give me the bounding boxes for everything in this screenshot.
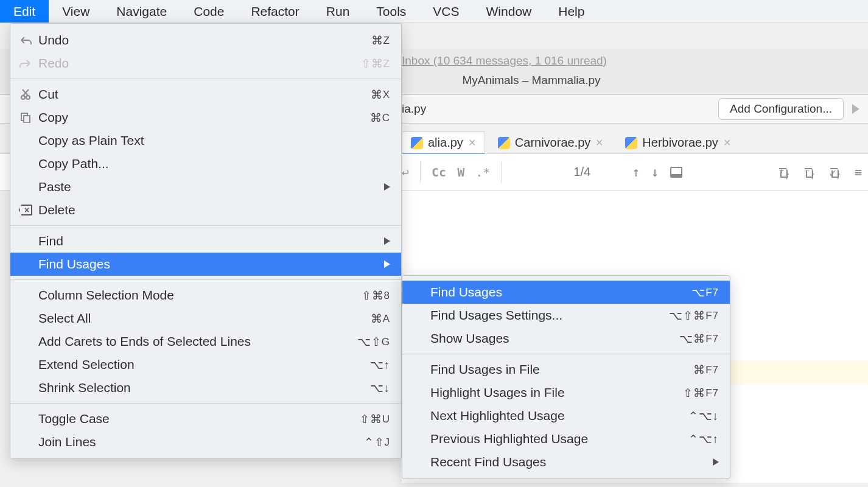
menu-item-label: Recent Find Usages [430,455,713,469]
menubar-item-refactor[interactable]: Refactor [237,0,312,23]
menu-item-shortcut: ⌃⌥↑ [688,432,719,446]
words-toggle[interactable]: W [457,165,464,180]
menu-item-label: Redo [38,56,361,71]
copy-icon [19,111,32,124]
select-all-occurrences-icon[interactable] [670,167,682,178]
menu-item-highlight-usages-in-file[interactable]: Highlight Usages in File⇧⌘F7 [402,381,730,404]
menu-item-label: Undo [38,33,371,47]
submenu-arrow-icon [384,237,390,245]
run-icon[interactable] [852,104,859,114]
menu-item-find[interactable]: Find [10,229,401,253]
menubar-item-code[interactable]: Code [180,0,237,23]
next-match-button[interactable]: ↓ [651,164,659,180]
menu-item-copy-path[interactable]: Copy Path... [10,152,401,175]
menu-item-shortcut: ⌥F7 [691,286,719,300]
menu-item-next-highlighted-usage[interactable]: Next Highlighted Usage⌃⌥↓ [402,404,730,427]
menu-item-shortcut: ⌘X [371,88,390,102]
menu-item-label: Find Usages [38,257,384,272]
menu-item-find-usages-in-file[interactable]: Find Usages in File⌘F7 [402,358,730,381]
menu-item-extend-selection[interactable]: Extend Selection⌥↑ [10,353,401,376]
menubar-item-edit[interactable]: Edit [0,0,49,23]
menubar-item-run[interactable]: Run [313,0,363,23]
menu-item-column-selection-mode[interactable]: Column Selection Mode⇧⌘8 [10,284,401,307]
svg-point-1 [26,96,30,99]
svg-point-0 [21,96,25,99]
close-tab-icon[interactable]: ✕ [595,137,603,149]
menu-item-label: Find [38,234,384,248]
editor-tab[interactable]: Herbivorae.py✕ [616,131,740,153]
add-selection-icon[interactable]: ⁺⸠ [778,166,791,179]
select-all-icon[interactable]: ✓⸠ [829,166,842,179]
menu-item-label: Delete [38,203,390,217]
find-usages-submenu: Find Usages⌥F7Find Usages Settings...⌥⇧⌘… [402,275,730,479]
menu-item-label: Find Usages Settings... [430,308,669,323]
menu-item-previous-highlighted-usage[interactable]: Previous Highlighted Usage⌃⌥↑ [402,427,730,450]
python-file-icon [498,137,510,149]
regex-toggle[interactable]: .* [475,165,490,180]
menu-item-shortcut: ⌘A [371,312,390,326]
menu-item-shortcut: ⌘Z [371,33,390,47]
close-tab-icon[interactable]: ✕ [468,137,476,149]
menu-item-cut[interactable]: Cut⌘X [10,83,401,106]
menu-item-recent-find-usages[interactable]: Recent Find Usages [402,450,730,474]
python-file-icon [411,137,423,149]
menu-item-show-usages[interactable]: Show Usages⌥⌘F7 [402,327,730,350]
menu-item-add-carets-to-ends-of-selected-lines[interactable]: Add Carets to Ends of Selected Lines⌥⇧G [10,330,401,353]
menu-item-shortcut: ⌘F7 [693,363,719,377]
editor-tab[interactable]: alia.py✕ [402,131,485,153]
menu-separator [10,403,401,404]
menu-item-copy[interactable]: Copy⌘C [10,106,401,129]
menu-item-label: Copy as Plain Text [38,133,390,148]
breadcrumb-fragment: ia.py [402,102,426,116]
menubar-item-navigate[interactable]: Navigate [103,0,180,23]
menubar-item-vcs[interactable]: VCS [419,0,472,23]
menu-item-shortcut: ⌥⌘F7 [679,332,719,346]
menubar-item-help[interactable]: Help [545,0,598,23]
cut-icon [19,88,32,101]
menu-item-label: Copy [38,110,370,125]
submenu-arrow-icon [713,458,719,466]
menu-item-label: Shrink Selection [38,380,370,395]
menu-item-label: Show Usages [430,331,679,346]
python-file-icon [625,137,637,149]
menu-item-paste[interactable]: Paste [10,175,401,198]
menu-item-find-usages[interactable]: Find Usages [10,253,401,276]
menu-item-label: Add Carets to Ends of Selected Lines [38,334,357,349]
menubar-item-view[interactable]: View [49,0,103,23]
menubar-item-window[interactable]: Window [473,0,545,23]
editor-tab-label: alia.py [428,136,463,150]
menu-item-toggle-case[interactable]: Toggle Case⇧⌘U [10,407,401,430]
menu-item-copy-as-plain-text[interactable]: Copy as Plain Text [10,129,401,152]
menu-item-shortcut: ⌥↓ [370,381,391,395]
menu-item-join-lines[interactable]: Join Lines⌃⇧J [10,430,401,454]
menu-item-shrink-selection[interactable]: Shrink Selection⌥↓ [10,376,401,399]
menu-item-shortcut: ⌥⇧⌘F7 [669,309,719,323]
add-configuration-button[interactable]: Add Configuration... [718,98,844,120]
menu-item-find-usages[interactable]: Find Usages⌥F7 [402,281,730,304]
filter-icon[interactable]: ≡ [855,165,862,180]
match-case-toggle[interactable]: Cc [432,165,446,180]
menu-item-label: Select All [38,311,371,326]
menu-item-shortcut: ⇧⌘F7 [683,386,719,400]
prev-match-button[interactable]: ↑ [632,164,640,180]
submenu-arrow-icon [384,183,390,191]
editor-tab[interactable]: Carnivorae.py✕ [489,131,613,153]
menu-item-find-usages-settings[interactable]: Find Usages Settings...⌥⇧⌘F7 [402,304,730,327]
menu-item-select-all[interactable]: Select All⌘A [10,307,401,330]
undo-search-icon[interactable]: ↩︎ [402,165,409,180]
menu-separator [10,279,401,280]
close-tab-icon[interactable]: ✕ [723,137,731,149]
menu-item-shortcut: ⇧⌘8 [362,289,390,303]
menu-item-shortcut: ⌥⇧G [357,335,390,349]
menu-item-shortcut: ⌥↑ [370,358,391,372]
menu-item-label: Previous Highlighted Usage [430,432,688,446]
menu-item-undo[interactable]: Undo⌘Z [10,29,401,52]
menubar-item-tools[interactable]: Tools [363,0,419,23]
remove-selection-icon[interactable]: ⁻⸠ [803,166,817,179]
edit-menu: Undo⌘ZRedo⇧⌘ZCut⌘XCopy⌘CCopy as Plain Te… [10,23,402,459]
menu-item-label: Next Highlighted Usage [430,408,688,423]
delete-icon [19,203,32,217]
menu-item-delete[interactable]: Delete [10,198,401,222]
menu-separator [402,354,730,354]
menu-item-shortcut: ⇧⌘Z [361,57,390,71]
